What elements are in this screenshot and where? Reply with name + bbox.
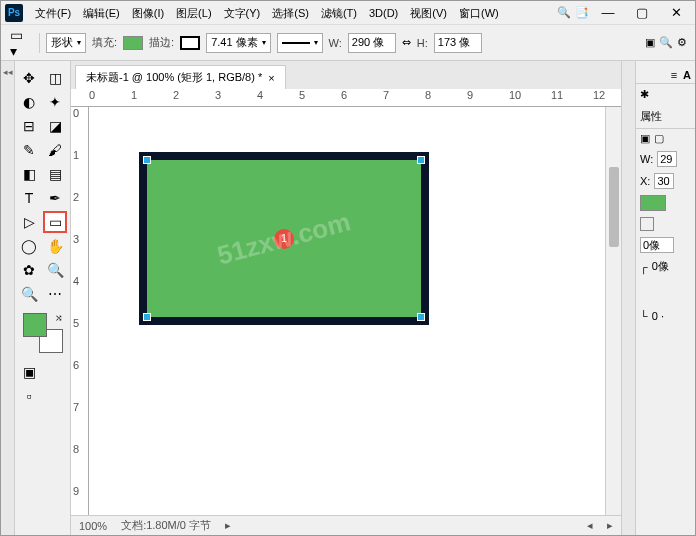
shape-mode-label: 形状 <box>51 35 73 50</box>
path-tool[interactable]: ▷ <box>17 211 41 233</box>
quickmask-tool[interactable]: ▣ <box>17 361 41 383</box>
corner-radius-input[interactable] <box>640 237 674 253</box>
menu-3d[interactable]: 3D(D) <box>363 2 404 24</box>
handle-top-right[interactable] <box>417 156 425 164</box>
zoom-tool[interactable]: 🔍 <box>43 259 67 281</box>
menu-image[interactable]: 图像(I) <box>126 2 170 24</box>
menu-edit[interactable]: 编辑(E) <box>77 2 126 24</box>
marquee-tool[interactable]: ◫ <box>43 67 67 89</box>
ruler-tick: 8 <box>71 443 88 485</box>
zoom-tool-2[interactable]: 🔍 <box>17 283 41 305</box>
align-icon[interactable]: ▣ <box>645 36 655 49</box>
crop-tool[interactable]: ⊟ <box>17 115 41 137</box>
zoom-level[interactable]: 100% <box>79 520 107 532</box>
stroke-swatch[interactable] <box>180 36 200 50</box>
ruler-tick: 0 <box>89 89 131 106</box>
mask-icon[interactable]: ▢ <box>654 132 664 145</box>
fill-label: 填充: <box>92 35 117 50</box>
stroke-width-input[interactable]: 7.41 像素 ▾ <box>206 33 270 53</box>
menu-window[interactable]: 窗口(W) <box>453 2 505 24</box>
brush-tool[interactable]: 🖌 <box>43 139 67 161</box>
rectangle-tool[interactable]: ▭ <box>43 211 67 233</box>
link-icon[interactable]: ⇔ <box>402 36 411 49</box>
properties-title: 属性 <box>636 105 695 129</box>
left-gutter: ◂◂ <box>1 61 15 535</box>
corner-value: 0像 <box>652 259 669 274</box>
stroke-style-select[interactable]: ▾ <box>277 33 323 53</box>
menu-type[interactable]: 文字(Y) <box>218 2 267 24</box>
close-button[interactable]: ✕ <box>661 2 691 24</box>
type-tool[interactable]: T <box>17 187 41 209</box>
handle-bottom-right[interactable] <box>417 313 425 321</box>
height-input[interactable] <box>434 33 482 53</box>
lasso-tool[interactable]: ◐ <box>17 91 41 113</box>
scrollbar-thumb[interactable] <box>609 167 619 247</box>
menu-file[interactable]: 文件(F) <box>29 2 77 24</box>
cloud-icon[interactable]: 📑 <box>575 6 589 19</box>
custom-shape-tool[interactable]: ✿ <box>17 259 41 281</box>
ruler-tick: 2 <box>71 191 88 233</box>
ruler-tick: 3 <box>215 89 257 106</box>
document-tab[interactable]: 未标题-1 @ 100% (矩形 1, RGB/8) * × <box>75 65 286 89</box>
prop-x-input[interactable] <box>654 173 674 189</box>
char-panel-icon[interactable]: ≡ <box>671 69 677 81</box>
corner-value-2: 0 · <box>652 310 664 322</box>
foreground-swatch[interactable] <box>23 313 47 337</box>
search-icon[interactable]: 🔍 <box>557 6 571 19</box>
ruler-tick: 8 <box>425 89 467 106</box>
properties-panel: ≡ A ✱ 属性 ▣ ▢ W: X: ┌ 0像 <box>635 61 695 535</box>
width-input[interactable] <box>348 33 396 53</box>
slice-tool[interactable]: ◪ <box>43 115 67 137</box>
document-area: 未标题-1 @ 100% (矩形 1, RGB/8) * × 012345678… <box>71 61 621 535</box>
eraser-tool[interactable]: ◧ <box>17 163 41 185</box>
chevron-down-icon: ▾ <box>262 38 266 47</box>
ruler-tick: 7 <box>71 401 88 443</box>
gradient-tool[interactable]: ▤ <box>43 163 67 185</box>
wand-tool[interactable]: ✦ <box>43 91 67 113</box>
chevron-right-icon[interactable]: ▸ <box>225 519 231 532</box>
prop-fill-swatch[interactable] <box>640 195 666 211</box>
rectangle-shape[interactable]: 1 51zxw.com <box>139 152 429 325</box>
pen-tool[interactable]: ✒ <box>43 187 67 209</box>
shape-mode-select[interactable]: 形状 ▾ <box>46 33 86 53</box>
chevron-down-icon: ▾ <box>314 38 318 47</box>
corner-bl-icon[interactable]: └ <box>640 310 648 322</box>
eyedropper-tool[interactable]: ✎ <box>17 139 41 161</box>
fill-swatch[interactable] <box>123 36 143 50</box>
screenmode-tool[interactable]: ▫ <box>17 385 41 407</box>
corner-tl-icon[interactable]: ┌ <box>640 261 648 273</box>
ruler-tick: 7 <box>383 89 425 106</box>
search-opt-icon[interactable]: 🔍 <box>659 36 673 49</box>
ruler-tick: 3 <box>71 233 88 275</box>
paragraph-panel-icon[interactable]: A <box>683 69 691 81</box>
canvas[interactable]: 1 51zxw.com <box>89 107 605 515</box>
ellipse-tool[interactable]: ◯ <box>17 235 41 257</box>
move-tool[interactable]: ✥ <box>17 67 41 89</box>
right-gutter <box>621 61 635 535</box>
handle-bottom-left[interactable] <box>143 313 151 321</box>
gear-icon[interactable]: ⚙ <box>677 36 687 49</box>
status-bar: 100% 文档:1.80M/0 字节 ▸ ◂ ▸ <box>71 515 621 535</box>
corners-icon[interactable] <box>640 217 654 231</box>
prop-w-input[interactable] <box>657 151 677 167</box>
color-swatches[interactable]: ⤭ <box>23 313 63 353</box>
height-label: H: <box>417 37 428 49</box>
swap-colors-icon[interactable]: ⤭ <box>55 313 63 323</box>
ruler-tick: 1 <box>71 149 88 191</box>
more-tools[interactable]: ⋯ <box>43 283 67 305</box>
hand-tool[interactable]: ✋ <box>43 235 67 257</box>
vertical-scrollbar[interactable] <box>605 107 621 515</box>
menu-layer[interactable]: 图层(L) <box>170 2 217 24</box>
adjustments-icon[interactable]: ✱ <box>640 88 649 101</box>
handle-top-left[interactable] <box>143 156 151 164</box>
document-tab-title: 未标题-1 @ 100% (矩形 1, RGB/8) * <box>86 70 262 85</box>
menu-filter[interactable]: 滤镜(T) <box>315 2 363 24</box>
menu-select[interactable]: 选择(S) <box>266 2 315 24</box>
scroll-right-icon[interactable]: ▸ <box>607 519 613 532</box>
maximize-button[interactable]: ▢ <box>627 2 657 24</box>
tool-preset[interactable]: ▭ ▾ <box>9 32 33 54</box>
menu-view[interactable]: 视图(V) <box>404 2 453 24</box>
close-icon[interactable]: × <box>268 72 274 84</box>
minimize-button[interactable]: — <box>593 2 623 24</box>
scroll-left-icon[interactable]: ◂ <box>587 519 593 532</box>
